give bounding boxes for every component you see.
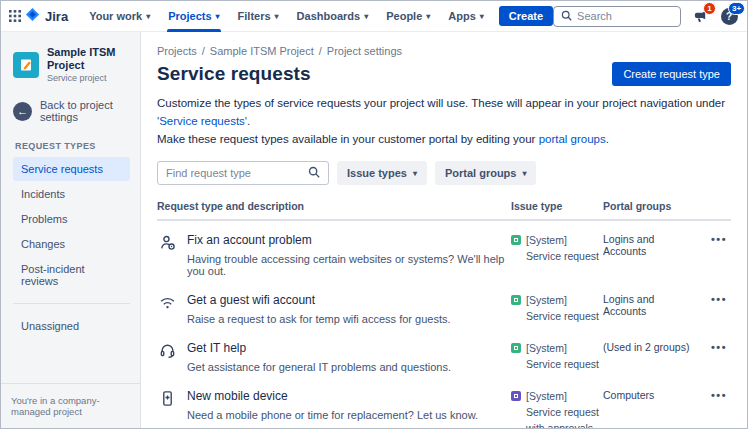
global-search[interactable] xyxy=(553,6,681,27)
sidebar-item-incidents[interactable]: Incidents xyxy=(13,182,130,206)
request-type-name[interactable]: Get a guest wifi account xyxy=(187,293,451,307)
search-icon xyxy=(308,164,320,182)
filter-bar: Issue types▾ Portal groups▾ xyxy=(157,161,731,185)
chevron-down-icon: ▾ xyxy=(146,12,150,21)
search-icon xyxy=(561,7,572,25)
mobile-device-icon xyxy=(159,389,176,421)
request-type-description: Raise a request to ask for temp wifi acc… xyxy=(187,313,451,325)
find-request-type-field[interactable] xyxy=(157,161,329,185)
request-type-name[interactable]: Get IT help xyxy=(187,341,451,355)
issue-type-label: [System] Service request xyxy=(526,341,599,373)
issue-type-label: [System] Service request xyxy=(526,293,599,325)
sidebar-item-post-incident-reviews[interactable]: Post-incident reviews xyxy=(13,257,130,293)
help-icon[interactable]: ? 3+ xyxy=(719,6,739,26)
back-to-project-settings[interactable]: ← Back to project settings xyxy=(13,99,130,123)
chevron-down-icon: ▾ xyxy=(413,169,417,178)
notification-badge: 1 xyxy=(703,2,716,15)
table-row: New mobile device Need a mobile phone or… xyxy=(157,377,731,428)
portal-groups-link[interactable]: portal groups xyxy=(539,133,606,145)
request-type-name[interactable]: New mobile device xyxy=(187,389,478,403)
global-search-input[interactable] xyxy=(577,10,673,22)
chevron-down-icon: ▾ xyxy=(275,12,279,21)
project-header[interactable]: Sample ITSM Project Service project xyxy=(13,46,130,83)
project-type: Service project xyxy=(47,73,130,83)
nav-people[interactable]: People▾ xyxy=(377,1,439,32)
service-requests-link[interactable]: 'Service requests' xyxy=(157,115,247,127)
sidebar-item-changes[interactable]: Changes xyxy=(13,232,130,256)
request-type-name[interactable]: Fix an account problem xyxy=(187,233,507,247)
project-name: Sample ITSM Project xyxy=(47,46,130,72)
intro-text: Customize the types of service requests … xyxy=(157,95,731,148)
create-request-type-button[interactable]: Create request type xyxy=(612,62,731,86)
portal-groups-value: (Used in 2 groups) xyxy=(603,329,701,377)
find-request-type-input[interactable] xyxy=(166,167,308,179)
headset-icon xyxy=(159,341,176,373)
chevron-down-icon: ▾ xyxy=(480,12,484,21)
nav-your-work[interactable]: Your work▾ xyxy=(80,1,159,32)
row-actions-menu[interactable]: ••• xyxy=(701,377,731,428)
row-actions-menu[interactable]: ••• xyxy=(701,281,731,329)
request-types-section-title: REQUEST TYPES xyxy=(15,141,130,151)
sidebar-item-service-requests[interactable]: Service requests xyxy=(13,157,130,181)
column-header-portal-groups: Portal groups xyxy=(603,200,701,220)
request-type-description: Need a mobile phone or time for replacem… xyxy=(187,409,478,421)
table-row: Fix an account problem Having trouble ac… xyxy=(157,220,731,281)
breadcrumb: Projects / Sample ITSM Project / Project… xyxy=(157,45,731,57)
nav-dashboards[interactable]: Dashboards▾ xyxy=(288,1,378,32)
chevron-down-icon: ▾ xyxy=(522,169,526,178)
back-arrow-icon: ← xyxy=(13,102,32,121)
help-badge: 3+ xyxy=(728,2,745,15)
table-row: Get IT help Get assistance for general I… xyxy=(157,329,731,377)
project-managed-note: You're in a company-managed project xyxy=(1,383,140,428)
account-problem-icon xyxy=(159,233,176,277)
project-avatar xyxy=(13,52,39,78)
sidebar-item-problems[interactable]: Problems xyxy=(13,207,130,231)
breadcrumb-project-settings[interactable]: Project settings xyxy=(327,45,402,57)
request-type-description: Get assistance for general IT problems a… xyxy=(187,361,451,373)
chevron-down-icon: ▾ xyxy=(216,12,220,21)
sidebar-divider xyxy=(13,303,130,304)
portal-groups-dropdown[interactable]: Portal groups▾ xyxy=(435,161,537,185)
column-header-issue-type: Issue type xyxy=(511,200,603,220)
jira-logo-text: Jira xyxy=(45,9,68,24)
wifi-icon xyxy=(159,293,176,325)
jira-logo[interactable]: Jira xyxy=(25,7,68,26)
breadcrumb-projects[interactable]: Projects xyxy=(157,45,197,57)
top-navigation-bar: Jira Your work▾ Projects▾ Filters▾ Dashb… xyxy=(1,1,747,32)
row-actions-menu[interactable]: ••• xyxy=(701,329,731,377)
request-type-description: Having trouble accessing certain website… xyxy=(187,253,507,277)
main-content: Projects / Sample ITSM Project / Project… xyxy=(141,32,747,428)
app-switcher-icon[interactable] xyxy=(9,5,21,27)
column-header-request-type: Request type and description xyxy=(157,200,511,220)
chevron-down-icon: ▾ xyxy=(364,12,368,21)
breadcrumb-project[interactable]: Sample ITSM Project xyxy=(210,45,314,57)
nav-apps[interactable]: Apps▾ xyxy=(439,1,493,32)
nav-filters[interactable]: Filters▾ xyxy=(229,1,288,32)
table-row: Get a guest wifi account Raise a request… xyxy=(157,281,731,329)
issue-type-label: [System] Service request xyxy=(526,233,599,265)
jira-logo-icon xyxy=(25,7,40,26)
portal-groups-value: Logins and Accounts xyxy=(603,281,701,329)
request-types-table: Request type and description Issue type … xyxy=(157,200,731,428)
issue-type-icon xyxy=(511,235,521,245)
notifications-icon[interactable]: 1 xyxy=(690,6,710,26)
nav-projects[interactable]: Projects▾ xyxy=(159,1,228,32)
create-button[interactable]: Create xyxy=(499,6,553,26)
portal-groups-value: Computers xyxy=(603,377,701,428)
sidebar-item-unassigned[interactable]: Unassigned xyxy=(13,314,130,338)
issue-types-dropdown[interactable]: Issue types▾ xyxy=(337,161,427,185)
portal-groups-value: Logins and Accounts xyxy=(603,220,701,281)
issue-type-label: [System] Service request with approvals xyxy=(526,389,599,428)
page-title: Service requests xyxy=(157,63,311,85)
issue-type-icon xyxy=(511,295,521,305)
issue-type-icon xyxy=(511,343,521,353)
chevron-down-icon: ▾ xyxy=(426,12,430,21)
issue-type-icon xyxy=(511,391,521,401)
project-settings-sidebar: Sample ITSM Project Service project ← Ba… xyxy=(1,32,141,428)
row-actions-menu[interactable]: ••• xyxy=(701,220,731,281)
